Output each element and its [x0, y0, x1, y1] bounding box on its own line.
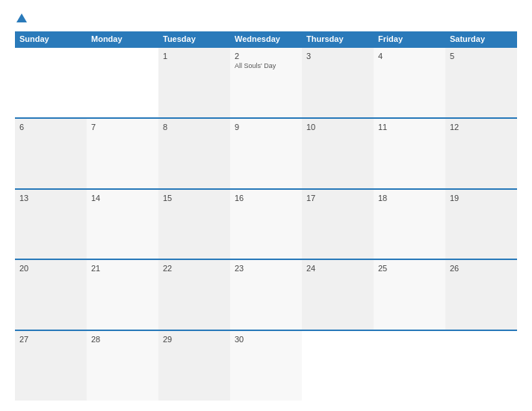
table-row: 27 — [15, 331, 87, 401]
table-row: 8 — [158, 119, 230, 188]
day-number: 6 — [19, 123, 82, 132]
calendar-week-1: 12All Souls' Day345 — [15, 46, 517, 117]
table-row: 16 — [230, 190, 302, 259]
table-row: 2All Souls' Day — [230, 48, 302, 117]
day-number: 8 — [163, 123, 226, 132]
table-row: 29 — [158, 331, 230, 401]
table-row — [445, 331, 517, 401]
table-row: 18 — [374, 190, 445, 259]
table-row: 25 — [374, 260, 445, 330]
table-row — [15, 48, 87, 117]
table-row: 5 — [445, 48, 517, 117]
day-number: 10 — [306, 123, 369, 132]
header-friday: Friday — [374, 31, 445, 46]
table-row: 15 — [158, 190, 230, 259]
calendar-week-3: 13141516171819 — [15, 188, 517, 259]
header-sunday: Sunday — [15, 31, 87, 46]
table-row: 1 — [158, 48, 230, 117]
day-number: 28 — [91, 335, 154, 344]
table-row: 24 — [302, 260, 374, 330]
header-monday: Monday — [87, 31, 158, 46]
table-row: 20 — [15, 260, 87, 330]
day-number: 30 — [235, 335, 297, 344]
day-number: 14 — [91, 194, 154, 203]
holiday-label: All Souls' Day — [235, 62, 297, 69]
header — [15, 13, 517, 24]
day-number: 22 — [163, 264, 226, 273]
day-number: 1 — [163, 52, 226, 61]
logo — [15, 13, 27, 24]
day-number: 11 — [378, 123, 441, 132]
day-number: 2 — [235, 52, 297, 61]
day-number: 9 — [235, 123, 297, 132]
header-tuesday: Tuesday — [158, 31, 230, 46]
day-number: 19 — [450, 194, 513, 203]
calendar-week-4: 20212223242526 — [15, 259, 517, 330]
calendar-week-5: 27282930 — [15, 330, 517, 401]
table-row: 30 — [230, 331, 302, 401]
calendar-week-2: 6789101112 — [15, 117, 517, 188]
header-wednesday: Wednesday — [230, 31, 302, 46]
table-row: 14 — [87, 190, 158, 259]
logo-text — [15, 13, 27, 24]
day-number: 24 — [306, 264, 369, 273]
table-row: 10 — [302, 119, 374, 188]
table-row: 12 — [445, 119, 517, 188]
day-number: 27 — [19, 335, 82, 344]
day-number: 29 — [163, 335, 226, 344]
calendar: Sunday Monday Tuesday Wednesday Thursday… — [15, 31, 517, 401]
day-number: 23 — [235, 264, 297, 273]
calendar-page: Sunday Monday Tuesday Wednesday Thursday… — [0, 0, 532, 411]
day-number: 13 — [19, 194, 82, 203]
table-row: 28 — [87, 331, 158, 401]
table-row: 13 — [15, 190, 87, 259]
day-number: 26 — [450, 264, 513, 273]
day-number: 5 — [450, 52, 513, 61]
table-row: 22 — [158, 260, 230, 330]
day-number: 17 — [306, 194, 369, 203]
day-number: 4 — [378, 52, 441, 61]
table-row — [302, 331, 374, 401]
table-row: 6 — [15, 119, 87, 188]
header-thursday: Thursday — [302, 31, 374, 46]
day-number: 18 — [378, 194, 441, 203]
table-row: 3 — [302, 48, 374, 117]
table-row — [87, 48, 158, 117]
day-number: 7 — [91, 123, 154, 132]
table-row: 21 — [87, 260, 158, 330]
table-row: 7 — [87, 119, 158, 188]
header-saturday: Saturday — [445, 31, 517, 46]
day-number: 25 — [378, 264, 441, 273]
day-number: 16 — [235, 194, 297, 203]
table-row: 19 — [445, 190, 517, 259]
day-number: 20 — [19, 264, 82, 273]
table-row — [374, 331, 445, 401]
table-row: 17 — [302, 190, 374, 259]
calendar-body: 12All Souls' Day345678910111213141516171… — [15, 46, 517, 401]
table-row: 26 — [445, 260, 517, 330]
table-row: 23 — [230, 260, 302, 330]
table-row: 11 — [374, 119, 445, 188]
logo-triangle-icon — [16, 13, 27, 22]
day-number: 21 — [91, 264, 154, 273]
table-row: 9 — [230, 119, 302, 188]
table-row: 4 — [374, 48, 445, 117]
day-number: 15 — [163, 194, 226, 203]
calendar-header: Sunday Monday Tuesday Wednesday Thursday… — [15, 31, 517, 46]
day-number: 12 — [450, 123, 513, 132]
day-number: 3 — [306, 52, 369, 61]
